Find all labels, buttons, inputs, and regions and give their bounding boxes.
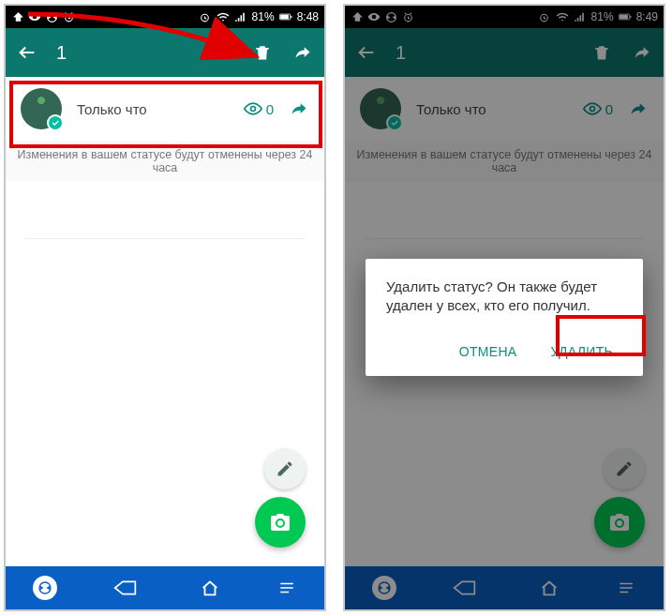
svg-rect-5 [291, 16, 291, 18]
svg-point-6 [250, 107, 255, 112]
phone-left: 81% 8:48 1 Только что 0 [4, 4, 326, 611]
alarm-icon [62, 10, 75, 23]
nav-back-button[interactable] [111, 578, 144, 597]
alarm2-icon [199, 10, 212, 23]
share-status-button[interactable] [289, 99, 309, 118]
status-item[interactable]: Только что 0 [6, 77, 324, 141]
delete-button[interactable] [253, 42, 272, 63]
status-avatar [21, 88, 62, 129]
svg-rect-4 [280, 15, 289, 20]
selected-check-icon [47, 114, 64, 131]
phone-right: 81% 8:49 1 Только что 0 [343, 4, 665, 611]
edit-fab[interactable] [264, 448, 306, 489]
camera-fab[interactable] [255, 497, 306, 548]
forward-button[interactable] [292, 43, 313, 62]
content-area [6, 182, 324, 566]
battery-text: 81% [252, 10, 275, 23]
notif-icon [11, 10, 24, 23]
status-time-label: Только что [77, 101, 229, 117]
back-button[interactable] [17, 42, 37, 63]
selection-count: 1 [56, 42, 67, 64]
dialog-cancel-button[interactable]: ОТМЕНА [450, 337, 527, 367]
nav-home-button[interactable] [198, 578, 222, 598]
teamviewer-icon [45, 10, 58, 23]
nav-teamviewer-icon[interactable] [33, 576, 57, 600]
app-bar: 1 [6, 28, 324, 77]
clock-text: 8:48 [297, 10, 319, 23]
wifi-icon [217, 10, 230, 23]
status-info-text: Изменения в вашем статусе будут отменены… [6, 141, 324, 182]
android-navbar [6, 566, 324, 609]
battery-icon [279, 10, 292, 23]
dialog-delete-button[interactable]: УДАЛИТЬ [542, 337, 622, 367]
android-statusbar: 81% 8:48 [6, 6, 324, 28]
delete-confirm-dialog: Удалить статус? Он также будет удален у … [366, 259, 643, 376]
nav-recent-button[interactable] [276, 579, 298, 596]
dialog-message: Удалить статус? Он также будет удален у … [386, 278, 622, 316]
views-count: 0 [244, 99, 274, 118]
signal-icon [234, 10, 247, 23]
eye-icon [28, 10, 41, 23]
